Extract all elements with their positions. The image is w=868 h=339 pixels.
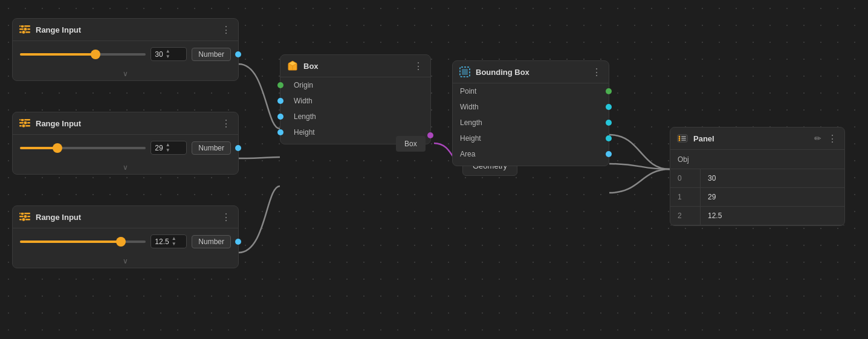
range-node-1-header: Range Input ⋮ [13,19,238,41]
range-slider-3[interactable] [20,241,146,243]
bbox-node-title: Bounding Box [476,68,586,77]
panel-icon [676,132,688,144]
svg-point-5 [22,30,25,34]
range-arrows-1[interactable]: ▲ ▼ [166,49,170,59]
range-arrows-3[interactable]: ▲ ▼ [172,236,177,247]
panel-header: Panel ✏ ⋮ [670,128,844,150]
bbox-width-label: Width [460,103,479,111]
slider-thumb-3[interactable] [116,237,126,247]
panel-pencil[interactable]: ✏ [814,134,821,143]
arrow-down-1[interactable]: ▼ [166,54,170,59]
panel-idx-2: 2 [670,207,701,225]
box-output-label: Box [396,136,426,152]
range-chevron-2[interactable]: ∨ [13,161,238,174]
slider-thumb-1[interactable] [91,50,100,59]
bounding-box-node: Bounding Box ⋮ Point Width Length Height… [452,60,609,166]
panel-node: Panel ✏ ⋮ Obj 0 30 1 29 2 12.5 [670,127,845,226]
range-output-dot-1 [235,51,241,57]
range-input-node-3: Range Input ⋮ 12.5 ▲ ▼ Number ∨ [12,205,239,268]
range-number-input-2[interactable]: 29 ▲ ▼ [151,141,187,155]
bbox-port-area: Area [453,146,609,162]
range-node-3-menu[interactable]: ⋮ [220,211,232,223]
bbox-node-menu[interactable]: ⋮ [591,66,603,78]
svg-point-25 [679,138,681,140]
panel-menu[interactable]: ⋮ [826,133,838,144]
origin-label: Origin [294,81,313,89]
range-node-2-menu[interactable]: ⋮ [220,118,232,129]
box-node-title: Box [303,62,407,71]
panel-val-2: 12.5 [701,207,844,225]
slider-fill-1 [20,53,96,56]
length-label: Length [294,112,316,121]
arrow-down-3[interactable]: ▼ [172,242,177,247]
width-port-dot [277,98,283,104]
range-node-2-body: 29 ▲ ▼ Number [13,135,238,161]
table-row-0: 0 30 [670,169,844,188]
bbox-port-point: Point [453,83,609,99]
table-row-2: 2 12.5 [670,207,844,225]
range-type-2: Number [192,141,231,155]
length-port-dot [277,114,283,120]
arrow-down-2[interactable]: ▼ [166,148,170,153]
box-port-length: Length [280,109,430,124]
box-port-width: Width [280,93,430,109]
bbox-area-port-dot [606,151,612,157]
point-label: Point [460,87,476,95]
range-type-1: Number [192,48,231,61]
bbox-width-port-dot [606,104,612,110]
range-node-3-body: 12.5 ▲ ▼ Number [13,228,238,254]
range-node-3-title: Range Input [36,213,215,222]
panel-idx-0: 0 [670,169,701,187]
range-slider-1[interactable] [20,53,146,56]
svg-point-15 [21,213,24,215]
bbox-port-width: Width [453,99,609,115]
box-node: Box ⋮ Origin Width Length Height [280,54,431,144]
range-node-3-header: Range Input ⋮ [13,206,238,228]
range-number-input-3[interactable]: 12.5 ▲ ▼ [151,234,187,248]
bbox-node-icon [459,66,471,78]
range-input-node-1: Range Input ⋮ 30 ▲ ▼ Number ∨ [12,18,239,81]
range-arrows-2[interactable]: ▲ ▼ [166,143,170,153]
bbox-node-header: Bounding Box ⋮ [453,61,609,83]
box-node-menu[interactable]: ⋮ [412,60,424,72]
panel-obj-row: Obj [670,150,844,169]
range-chevron-3[interactable]: ∨ [13,254,238,268]
box-port-origin: Origin [280,77,430,93]
panel-val-1: 29 [701,188,844,206]
svg-rect-22 [462,69,468,75]
panel-title: Panel [693,134,809,143]
range-node-1-body: 30 ▲ ▼ Number [13,41,238,67]
range-number-input-1[interactable]: 30 ▲ ▼ [151,47,187,61]
range-slider-2[interactable] [20,147,146,149]
arrow-up-3[interactable]: ▲ [172,236,177,241]
range-node-2-header: Range Input ⋮ [13,112,238,135]
panel-obj-label: Obj [678,155,689,164]
slider-thumb-2[interactable] [53,143,62,153]
height-port-dot [277,129,283,135]
width-label: Width [294,97,313,105]
bbox-port-height: Height [453,131,609,146]
range-output-dot-3 [235,239,241,245]
range-input-icon-2 [19,117,31,129]
svg-point-17 [22,218,25,221]
origin-port-dot [277,82,283,88]
range-node-1-title: Range Input [36,25,215,34]
range-node-1-menu[interactable]: ⋮ [220,24,232,36]
range-chevron-1[interactable]: ∨ [13,67,238,80]
panel-val-0: 30 [701,169,844,187]
bbox-length-port-dot [606,120,612,126]
bbox-height-port-dot [606,135,612,141]
arrow-up-2[interactable]: ▲ [166,143,170,147]
slider-fill-2 [20,147,57,149]
panel-idx-1: 1 [670,188,701,206]
bbox-port-length: Length [453,115,609,131]
bbox-height-label: Height [460,134,481,143]
range-input-icon-1 [19,24,31,36]
svg-rect-28 [681,138,686,139]
svg-point-11 [22,124,25,128]
bbox-length-label: Length [460,118,482,127]
arrow-up-1[interactable]: ▲ [166,49,170,54]
svg-point-24 [679,136,681,138]
svg-rect-29 [681,140,686,141]
range-output-dot-2 [235,145,241,151]
